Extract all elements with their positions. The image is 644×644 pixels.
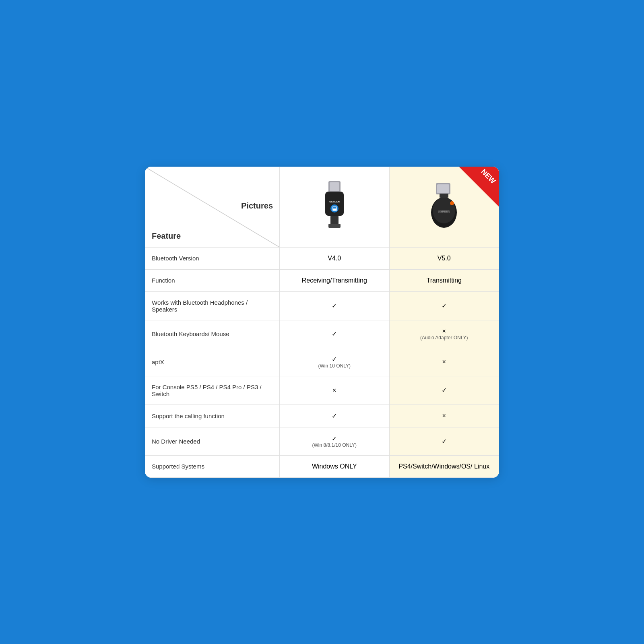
feature-cell: Function bbox=[145, 269, 280, 291]
col2-value: ✓ bbox=[332, 330, 337, 337]
col2-cell: × bbox=[280, 376, 389, 405]
col3-cell: PS4/Switch/Windows/OS/ Linux bbox=[389, 455, 499, 477]
col3-cell: ×(Audio Adapter ONLY) bbox=[389, 320, 499, 348]
col2-cell: V4.0 bbox=[280, 247, 389, 269]
table-body: Bluetooth VersionV4.0V5.0FunctionReceivi… bbox=[145, 247, 499, 477]
col3-value: PS4/Switch/Windows/OS/ Linux bbox=[398, 463, 489, 470]
col2-cell: Windows ONLY bbox=[280, 455, 389, 477]
col2-value: × bbox=[332, 387, 336, 394]
col3-value: × bbox=[442, 358, 446, 365]
col3-cell: Transmitting bbox=[389, 269, 499, 291]
table-row: Support the calling function✓× bbox=[145, 405, 499, 427]
col3-cell: ✓ bbox=[389, 376, 499, 405]
col2-value: ✓ bbox=[332, 413, 337, 419]
table-row: aptX✓(Win 10 ONLY)× bbox=[145, 348, 499, 376]
col2-cell: ✓ bbox=[280, 320, 389, 348]
feature-label: Feature bbox=[152, 231, 181, 241]
col2-value: ✓ bbox=[286, 355, 382, 363]
col3-note: (Audio Adapter ONLY) bbox=[396, 335, 493, 341]
table-row: Supported SystemsWindows ONLYPS4/Switch/… bbox=[145, 455, 499, 477]
svg-text:⬓: ⬓ bbox=[332, 205, 337, 211]
col3-cell: ✓ bbox=[389, 427, 499, 455]
col2-value: Windows ONLY bbox=[312, 463, 357, 470]
product1-image-cell: UGREEN ⬓ bbox=[280, 167, 389, 247]
col2-note: (Win 8/8.1/10 ONLY) bbox=[286, 442, 382, 448]
header-feature-cell: Pictures Feature bbox=[145, 167, 280, 247]
table-row: For Console PS5 / PS4 / PS4 Pro / PS3 / … bbox=[145, 376, 499, 405]
svg-text:UGREEN: UGREEN bbox=[329, 200, 340, 203]
col3-value: ✓ bbox=[442, 438, 447, 445]
col3-cell: × bbox=[389, 405, 499, 427]
col3-value: × bbox=[396, 328, 493, 335]
col2-note: (Win 10 ONLY) bbox=[286, 363, 382, 369]
table-row: FunctionReceiving/TransmittingTransmitti… bbox=[145, 269, 499, 291]
col2-value: ✓ bbox=[332, 302, 337, 309]
svg-rect-15 bbox=[440, 194, 448, 198]
col3-value: ✓ bbox=[442, 302, 447, 309]
svg-point-13 bbox=[450, 201, 454, 205]
feature-cell: Works with Bluetooth Headphones / Speake… bbox=[145, 291, 280, 320]
col2-cell: ✓ bbox=[280, 405, 389, 427]
feature-cell: No Driver Needed bbox=[145, 427, 280, 455]
feature-cell: Bluetooth Version bbox=[145, 247, 280, 269]
header-row: Pictures Feature UGREEN bbox=[145, 167, 499, 247]
new-badge-triangle bbox=[459, 167, 499, 207]
col3-value: Transmitting bbox=[427, 277, 462, 284]
col2-cell: Receiving/Transmitting bbox=[280, 269, 389, 291]
col3-cell: ✓ bbox=[389, 291, 499, 320]
feature-cell: Support the calling function bbox=[145, 405, 280, 427]
feature-cell: aptX bbox=[145, 348, 280, 376]
feature-cell: Bluetooth Keyboards/ Mouse bbox=[145, 320, 280, 348]
table-row: Works with Bluetooth Headphones / Speake… bbox=[145, 291, 499, 320]
table-row: No Driver Needed✓(Win 8/8.1/10 ONLY)✓ bbox=[145, 427, 499, 455]
col2-value: Receiving/Transmitting bbox=[302, 277, 367, 284]
table-row: Bluetooth VersionV4.0V5.0 bbox=[145, 247, 499, 269]
col3-value: V5.0 bbox=[438, 255, 451, 262]
comparison-table: Pictures Feature UGREEN bbox=[145, 167, 499, 478]
pictures-label: Pictures bbox=[241, 201, 273, 211]
col3-value: ✓ bbox=[442, 387, 447, 394]
feature-cell: For Console PS5 / PS4 / PS4 Pro / PS3 / … bbox=[145, 376, 280, 405]
col2-cell: ✓(Win 10 ONLY) bbox=[280, 348, 389, 376]
svg-rect-7 bbox=[330, 216, 339, 225]
svg-rect-2 bbox=[330, 182, 339, 191]
col2-value: ✓ bbox=[286, 435, 382, 442]
svg-rect-10 bbox=[437, 184, 449, 193]
ugreen-adapter-image: UGREEN ⬓ bbox=[316, 180, 353, 233]
feature-cell: Supported Systems bbox=[145, 455, 280, 477]
col3-value: × bbox=[442, 412, 446, 419]
comparison-card: NEW Pictures Feature bbox=[145, 167, 499, 478]
col2-cell: ✓(Win 8/8.1/10 ONLY) bbox=[280, 427, 389, 455]
svg-text:UGREEN: UGREEN bbox=[438, 210, 450, 213]
col3-cell: × bbox=[389, 348, 499, 376]
table-row: Bluetooth Keyboards/ Mouse✓×(Audio Adapt… bbox=[145, 320, 499, 348]
svg-rect-8 bbox=[328, 224, 341, 228]
col2-value: V4.0 bbox=[328, 255, 341, 262]
col3-cell: V5.0 bbox=[389, 247, 499, 269]
col2-cell: ✓ bbox=[280, 291, 389, 320]
